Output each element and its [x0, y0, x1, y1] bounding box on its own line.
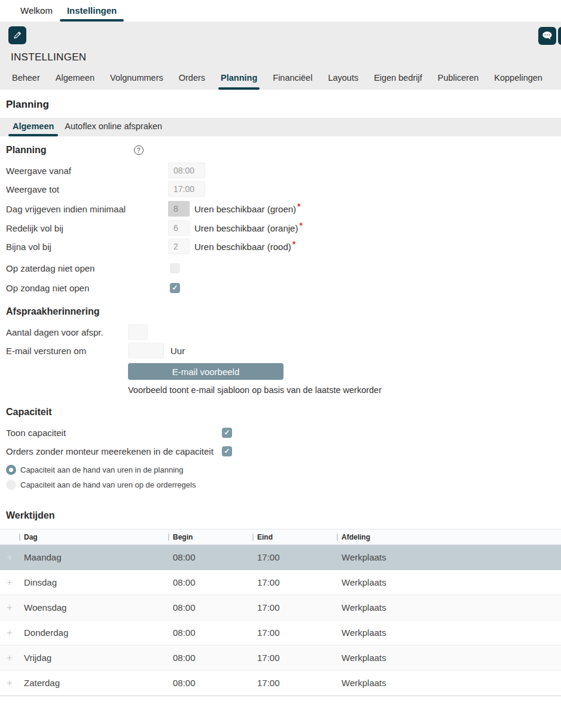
cell-begin: 08:00	[168, 628, 252, 638]
tab-volgnummers[interactable]: Volgnummers	[102, 69, 171, 90]
table-row-maandag[interactable]: + Maandag 08:00 17:00 Werkplaats	[0, 545, 561, 570]
toon-capaciteit-checkbox[interactable]: ✓	[222, 428, 232, 438]
tab-publiceren[interactable]: Publiceren	[430, 69, 487, 90]
cell-dag: Dinsdag	[19, 577, 168, 587]
field-label: Orders zonder monteur meerekenen in de c…	[6, 446, 222, 456]
help-icon[interactable]: ?	[134, 145, 144, 155]
page-heading: INSTELLINGEN	[11, 51, 561, 63]
worktimes-header-row: Dag Begin Eind Afdeling	[0, 529, 561, 545]
field-label: Weergave tot	[6, 184, 168, 194]
zondag-checkbox[interactable]: ✓	[170, 283, 180, 293]
cell-dag: Maandag	[19, 552, 168, 562]
radio-label: Capaciteit aan de hand van uren op de or…	[20, 480, 196, 489]
table-row-dinsdag[interactable]: + Dinsdag 08:00 17:00 Werkplaats	[0, 570, 561, 595]
planning-section-title: Planning	[6, 145, 47, 156]
chat-bubble-icon	[542, 31, 553, 41]
field-label: Dag vrijgeven indien minimaal	[6, 204, 168, 214]
field-email-versturen: E-mail versturen om Uur	[6, 343, 561, 358]
plus-icon[interactable]: +	[0, 553, 19, 562]
settings-tab-bar: Beheer Algemeen Volgnummers Orders Plann…	[0, 69, 561, 90]
tab-beheer[interactable]: Beheer	[4, 69, 48, 90]
table-row-donderdag[interactable]: + Donderdag 08:00 17:00 Werkplaats	[0, 620, 561, 645]
capacity-section-title: Capaciteit	[6, 407, 51, 418]
field-label: Weergave vanaf	[6, 166, 168, 176]
field-label: Bijna vol bij	[6, 242, 168, 252]
required-marker: *	[292, 239, 295, 249]
worktimes-table: Dag Begin Eind Afdeling + Maandag 08:00 …	[0, 529, 561, 696]
radio-row-orderregels-uren: Capaciteit aan de hand van uren op de or…	[6, 479, 561, 490]
uren-groen-input[interactable]	[168, 201, 190, 217]
table-row-woensdag[interactable]: + Woensdag 08:00 17:00 Werkplaats	[0, 595, 561, 620]
uren-rood-input[interactable]	[168, 239, 190, 254]
tab-layouts[interactable]: Layouts	[320, 69, 366, 90]
tab-koppelingen[interactable]: Koppelingen	[486, 69, 550, 90]
cell-begin: 08:00	[168, 602, 252, 613]
cell-eind: 17:00	[252, 602, 337, 613]
planning-section-heading: Planning ?	[6, 145, 561, 156]
column-header-dag[interactable]: Dag	[19, 533, 168, 541]
field-suffix: Uren beschikbaar (rood)	[194, 242, 291, 252]
field-toon-capaciteit: Toon capaciteit ✓	[6, 425, 561, 440]
header-band: INSTELLINGEN Beheer Algemeen Volgnummers…	[0, 22, 561, 90]
capaciteit-orderregels-radio[interactable]	[6, 480, 16, 490]
tab-financieel[interactable]: Financiëel	[265, 69, 320, 90]
aantal-dagen-input[interactable]	[128, 324, 148, 340]
field-redelijk-vol: Redelijk vol bij Uren beschikbaar (oranj…	[6, 220, 561, 236]
plus-icon[interactable]: +	[0, 653, 19, 663]
cell-afdeling: Werkplaats	[337, 602, 561, 613]
field-suffix: Uren beschikbaar (groen)	[194, 204, 296, 214]
field-weergave-vanaf: Weergave vanaf	[6, 163, 561, 178]
column-header-afdeling[interactable]: Afdeling	[337, 533, 561, 541]
field-suffix: Uur	[170, 346, 185, 356]
field-bijna-vol: Bijna vol bij Uren beschikbaar (rood) *	[6, 239, 561, 254]
subtab-autoflex[interactable]: Autoflex online afspraken	[59, 118, 167, 136]
plus-icon[interactable]: +	[0, 578, 19, 587]
tab-orders[interactable]: Orders	[171, 69, 213, 90]
orders-zonder-monteur-checkbox[interactable]: ✓	[222, 446, 232, 456]
email-voorbeeld-button[interactable]: E-mail voorbeeld	[128, 363, 283, 380]
check-icon: ✓	[224, 447, 230, 455]
tab-planning[interactable]: Planning	[213, 69, 265, 90]
field-label: Toon capaciteit	[6, 428, 222, 438]
plus-icon[interactable]: +	[0, 678, 19, 688]
capaciteit-planning-radio[interactable]	[6, 465, 16, 475]
plus-icon[interactable]: +	[0, 628, 19, 638]
cutoff-button[interactable]	[558, 27, 561, 45]
required-marker: *	[299, 221, 302, 230]
cell-begin: 08:00	[168, 552, 252, 562]
cell-afdeling: Werkplaats	[337, 653, 561, 663]
cell-eind: 17:00	[252, 628, 337, 638]
zaterdag-checkbox[interactable]	[170, 263, 180, 273]
field-weergave-tot: Weergave tot	[6, 181, 561, 197]
reminder-section-title: Afspraakherinnering	[6, 306, 99, 317]
tab-eigen-bedrijf[interactable]: Eigen bedrijf	[366, 69, 430, 90]
column-header-begin[interactable]: Begin	[168, 533, 252, 541]
subtab-algemeen[interactable]: Algemeen	[7, 118, 59, 136]
table-row-zaterdag[interactable]: + Zaterdag 08:00 17:00 Werkplaats	[0, 671, 561, 696]
field-label: Redelijk vol bij	[6, 223, 168, 233]
field-suffix: Uren beschikbaar (oranje)	[194, 223, 298, 233]
cell-begin: 08:00	[168, 678, 252, 688]
top-tab-welkom[interactable]: Welkom	[13, 1, 60, 22]
edit-button[interactable]	[8, 26, 26, 44]
cell-eind: 17:00	[252, 678, 337, 688]
chat-button[interactable]	[538, 27, 556, 45]
weergave-vanaf-input[interactable]	[168, 163, 205, 178]
email-versturen-input[interactable]	[128, 343, 164, 358]
cell-eind: 17:00	[252, 577, 337, 587]
cell-afdeling: Werkplaats	[337, 678, 561, 688]
field-label: Op zaterdag niet open	[6, 263, 168, 273]
weergave-tot-input[interactable]	[168, 181, 205, 197]
uren-oranje-input[interactable]	[168, 220, 190, 236]
top-tab-instellingen[interactable]: Instellingen	[60, 1, 124, 22]
column-header-eind[interactable]: Eind	[252, 533, 337, 541]
cell-eind: 17:00	[252, 653, 337, 663]
field-zondag: Op zondag niet open ✓	[6, 280, 561, 296]
tab-algemeen[interactable]: Algemeen	[48, 69, 102, 90]
cell-dag: Woensdag	[19, 602, 168, 613]
field-aantal-dagen: Aantal dagen voor afspr.	[6, 324, 561, 340]
table-row-vrijdag[interactable]: + Vrijdag 08:00 17:00 Werkplaats	[0, 645, 561, 671]
cell-eind: 17:00	[252, 552, 337, 562]
cell-begin: 08:00	[168, 653, 252, 663]
plus-icon[interactable]: +	[0, 603, 19, 613]
